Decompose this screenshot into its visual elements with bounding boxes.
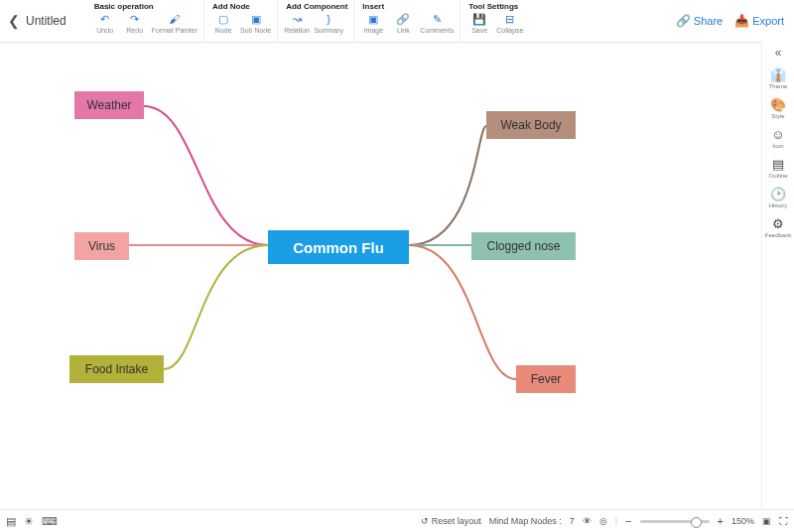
panel-style[interactable]: 🎨Style (770, 97, 786, 119)
view-icon-1[interactable]: ▤ (6, 515, 16, 528)
relation-button[interactable]: ↝Relation (284, 12, 310, 34)
node-virus[interactable]: Virus (74, 232, 129, 260)
export-icon: 📥 (734, 14, 749, 28)
title-area: ❮ Untitled (0, 0, 66, 42)
node-food[interactable]: Food Intake (69, 355, 164, 383)
image-button[interactable]: ▣Image (360, 12, 386, 34)
nodes-count: 7 (570, 516, 575, 526)
style-icon: 🎨 (770, 97, 786, 112)
brush-icon: 🖌 (168, 12, 182, 26)
collapse-button[interactable]: ⊟Collapse (496, 12, 523, 34)
eye-icon[interactable]: 👁 (583, 516, 592, 526)
node-icon: ▢ (216, 12, 230, 26)
comments-button[interactable]: ✎Comments (420, 12, 454, 34)
zoom-out-button[interactable]: − (625, 515, 631, 527)
view-icon-3[interactable]: ⌨ (42, 515, 58, 528)
link-button[interactable]: 🔗Link (390, 12, 416, 34)
right-panel: « 👔Theme 🎨Style ☺Icon ▤Outline 🕑History … (761, 42, 794, 510)
group-addnode-title: Add Node (210, 0, 271, 12)
group-basic-title: Basic operation (92, 0, 198, 12)
topbar: ❮ Untitled Basic operation ↶Undo ↷Redo 🖌… (0, 0, 794, 43)
group-addnode: Add Node ▢Node ▣Sub Node (204, 0, 278, 42)
group-addcomponent-title: Add Component (284, 0, 347, 12)
group-tool: Tool Settings 💾Save ⊟Collapse (461, 0, 529, 42)
panel-theme[interactable]: 👔Theme (769, 67, 788, 89)
theme-icon: 👔 (770, 67, 786, 82)
format-painter-button[interactable]: 🖌Format Painter (152, 12, 198, 34)
status-bar: ▤ ☀ ⌨ ↺Reset layout Mind Map Nodes : 7 👁… (0, 509, 794, 532)
node-weather[interactable]: Weather (74, 91, 144, 119)
ribbon: Basic operation ↶Undo ↷Redo 🖌Format Pain… (86, 0, 530, 42)
image-icon: ▣ (366, 12, 380, 26)
node-clogged[interactable]: Clogged nose (471, 232, 576, 260)
divider: | (615, 516, 617, 526)
panel-history[interactable]: 🕑History (769, 187, 788, 208)
group-tool-title: Tool Settings (466, 0, 523, 12)
reset-layout-button[interactable]: ↺Reset layout (421, 516, 481, 526)
redo-icon: ↷ (128, 12, 142, 26)
link-icon: 🔗 (396, 12, 410, 26)
zoom-slider[interactable] (640, 520, 710, 523)
nodes-label: Mind Map Nodes : (489, 516, 562, 526)
export-button[interactable]: 📥Export (734, 14, 784, 28)
fullscreen-icon[interactable]: ⛶ (779, 516, 788, 526)
node-fever[interactable]: Fever (516, 365, 576, 393)
top-right-actions: 🔗Share 📥Export (676, 0, 784, 42)
share-icon: 🔗 (676, 14, 691, 28)
summary-icon: } (322, 12, 335, 26)
zoom-in-button[interactable]: + (718, 515, 724, 527)
save-icon: 💾 (472, 12, 486, 26)
subnode-icon: ▣ (249, 12, 263, 26)
group-basic: Basic operation ↶Undo ↷Redo 🖌Format Pain… (86, 0, 204, 42)
fit-icon[interactable]: ▣ (762, 516, 771, 526)
status-left: ▤ ☀ ⌨ (6, 515, 58, 528)
node-weak[interactable]: Weak Body (486, 111, 576, 139)
view-icon-2[interactable]: ☀ (24, 515, 34, 528)
feedback-icon: ⚙ (772, 216, 784, 231)
outline-icon: ▤ (772, 157, 784, 172)
reset-icon: ↺ (421, 516, 429, 526)
group-insert: Insert ▣Image 🔗Link ✎Comments (354, 0, 461, 42)
node-center[interactable]: Common Flu (268, 230, 409, 264)
undo-icon: ↶ (98, 12, 112, 26)
panel-feedback[interactable]: ⚙Feedback (765, 216, 791, 238)
status-right: ↺Reset layout Mind Map Nodes : 7 👁 ◎ | −… (421, 515, 788, 527)
summary-button[interactable]: }Summary (314, 12, 343, 34)
subnode-button[interactable]: ▣Sub Node (240, 12, 271, 34)
panel-outline[interactable]: ▤Outline (768, 157, 787, 179)
mindmap-canvas[interactable]: Common Flu Weather Virus Food Intake Wea… (0, 42, 762, 510)
panel-collapse-icon[interactable]: « (775, 46, 782, 60)
undo-button[interactable]: ↶Undo (92, 12, 118, 34)
smile-icon: ☺ (771, 127, 784, 142)
comments-icon: ✎ (430, 12, 444, 26)
share-button[interactable]: 🔗Share (676, 14, 723, 28)
redo-button[interactable]: ↷Redo (122, 12, 148, 34)
collapse-icon: ⊟ (503, 12, 517, 26)
zoom-value: 150% (731, 516, 754, 526)
save-button[interactable]: 💾Save (466, 12, 492, 34)
back-icon[interactable]: ❮ (8, 13, 20, 29)
group-insert-title: Insert (360, 0, 454, 12)
relation-icon: ↝ (290, 12, 304, 26)
group-addcomponent: Add Component ↝Relation }Summary (278, 0, 354, 42)
doc-title: Untitled (26, 14, 66, 28)
target-icon[interactable]: ◎ (599, 516, 607, 526)
history-icon: 🕑 (770, 187, 786, 201)
panel-icon[interactable]: ☺Icon (771, 127, 784, 149)
zoom-knob[interactable] (691, 517, 702, 528)
node-button[interactable]: ▢Node (210, 12, 236, 34)
